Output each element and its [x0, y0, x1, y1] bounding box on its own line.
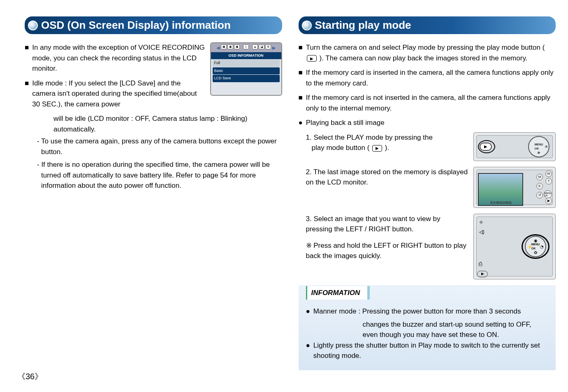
step-1b: play mode button (	[312, 144, 370, 152]
play-button-icon: ▶	[480, 143, 492, 151]
camera-lcd-illustration: W T M E ↺ MENUOK ▶ SAMSUNG	[473, 167, 556, 208]
info-item-1: Manner mode : Pressing the power button …	[313, 306, 521, 317]
square-bullet-icon: ■	[299, 42, 303, 63]
left-para-2-lead: Idle mode : If you select the [LCD Save]…	[32, 78, 206, 110]
square-bullet-icon: ■	[25, 78, 29, 110]
camera-dpad-illustration: MENUOK ⚡ ◔ ✿ ◉ ✧ ⏿ ⎙ ▶	[473, 214, 556, 279]
right-b1: Turn the camera on and select Play mode …	[306, 42, 556, 63]
brand-label: SAMSUNG	[490, 200, 512, 206]
square-bullet-icon: ■	[25, 42, 29, 74]
osd-item-basic: Basic	[213, 67, 280, 75]
left-dash-2: - If there is no operation during the sp…	[36, 159, 282, 191]
step-1c: ).	[385, 144, 389, 152]
page-number: 《36》	[17, 371, 43, 382]
osd-item-full: Full	[213, 60, 280, 67]
square-bullet-icon: ■	[299, 92, 303, 113]
information-heading: INFORMATION	[306, 286, 370, 300]
dot-bullet-icon: ●	[306, 340, 310, 361]
osd-menu-illustration: ◀ ▣▣▣ ▯ ▲◪⚙ ▶ OSD INFORMATION Full Basic…	[210, 42, 282, 96]
info-item-1-cont: changes the buzzer and start-up sound se…	[306, 319, 549, 340]
info-item-2: Lightly press the shutter button in Play…	[313, 340, 548, 361]
osd-item-lcd-save: LCD Save	[213, 75, 280, 82]
dpad-icon: MENUOK ⚡ ◔ ✿ ◉	[525, 236, 546, 257]
play-mode-icon: ▶	[307, 55, 317, 62]
step-2: 2. The last image stored on the memory i…	[306, 167, 469, 188]
camera-play-button-illustration: ▶ MENUOK ◔ ✿	[473, 132, 556, 161]
left-section-title: OSD (On Screen Display) information	[25, 16, 282, 34]
osd-header: OSD INFORMATION	[211, 52, 281, 60]
right-section-title: Starting play mode	[299, 16, 556, 34]
dot-bullet-icon: ●	[299, 118, 303, 128]
left-dash-1: - To use the camera again, press any of …	[36, 136, 282, 157]
dpad-icon: MENUOK ◔ ✿	[528, 136, 549, 157]
note-mark-icon: ※	[306, 242, 312, 249]
left-para-2-cont: will be idle (LCD monitor : OFF, Camera …	[25, 113, 282, 134]
play-subhead: Playing back a still image	[306, 118, 385, 128]
right-b3: If the memory card is not inserted in th…	[306, 92, 556, 113]
information-box: INFORMATION ● Manner mode : Pressing the…	[299, 285, 556, 370]
note-text: Press and hold the LEFT or RIGHT button …	[306, 242, 466, 260]
left-para-1: In any mode with the exception of VOICE …	[32, 42, 206, 74]
right-b2: If the memory card is inserted in the ca…	[306, 67, 556, 88]
dot-bullet-icon: ●	[306, 306, 310, 317]
step-3: 3. Select an image that you want to view…	[306, 214, 469, 235]
step-1a: 1. Select the PLAY mode by pressing the	[306, 132, 469, 143]
square-bullet-icon: ■	[299, 67, 303, 88]
play-mode-icon: ▶	[372, 145, 382, 152]
